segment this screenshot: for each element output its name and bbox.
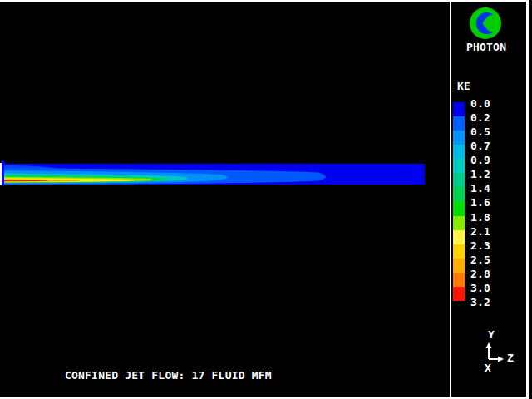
axis-triad-svg: [478, 337, 511, 370]
legend-value: 1.8: [470, 210, 490, 224]
legend-swatch: [453, 259, 465, 273]
axis-right-arrowhead-icon: [498, 357, 504, 362]
jet-contour-layers: [4, 164, 425, 185]
legend-value: 3.2: [470, 295, 490, 309]
legend-value: 0.9: [470, 153, 490, 167]
legend-value: 0.5: [470, 125, 490, 139]
frame-right-border: [526, 0, 529, 399]
jet-contour-svg: [0, 0, 532, 399]
legend-swatch: [453, 273, 465, 287]
axis-label-x: X: [485, 362, 491, 373]
legend-value: 2.1: [470, 224, 490, 239]
photon-logo: [466, 5, 505, 42]
legend-title: KE: [457, 81, 470, 91]
sidebar-divider: [450, 0, 451, 397]
legend-swatch: [453, 159, 465, 173]
axis-label-z: Z: [507, 352, 514, 363]
photon-app-window: PHOTON KE 0.00.20.50.70.91.21.41.61.82.1…: [0, 0, 532, 399]
legend-swatch: [453, 102, 465, 116]
legend-swatch: [453, 201, 465, 215]
legend-value: 2.8: [470, 267, 490, 281]
legend-swatch: [453, 131, 465, 145]
legend-swatch: [453, 145, 465, 159]
inlet-white-line: [0, 163, 2, 185]
legend-value: 1.4: [470, 181, 490, 195]
legend-swatch: [453, 116, 465, 131]
legend-swatch: [453, 244, 465, 259]
brand-label: PHOTON: [466, 42, 506, 52]
legend-swatch: [453, 216, 465, 230]
legend-value-column: 0.00.20.50.70.91.21.41.61.82.12.32.52.83…: [470, 96, 490, 309]
axis-label-y: Y: [488, 329, 495, 340]
legend-value: 0.2: [470, 111, 490, 125]
legend-value: 1.2: [470, 167, 490, 181]
legend-swatch: [453, 287, 465, 301]
plot-caption: CONFINED JET FLOW: 17 FLUID MFM: [65, 370, 272, 381]
legend-swatch-column: [453, 102, 465, 301]
legend-value: 0.7: [470, 139, 490, 153]
legend-swatch: [453, 173, 465, 187]
legend-value: 3.0: [470, 281, 490, 295]
inlet-blue-line: [2, 160, 4, 185]
legend-swatch: [453, 230, 465, 244]
legend-value: 2.5: [470, 253, 490, 267]
axis-up-arrowhead-icon: [486, 342, 492, 348]
legend-value: 2.3: [470, 239, 490, 253]
legend-swatch: [453, 187, 465, 201]
logo-core: [483, 19, 491, 27]
legend-value: 0.0: [470, 96, 490, 111]
legend-value: 1.6: [470, 195, 490, 209]
